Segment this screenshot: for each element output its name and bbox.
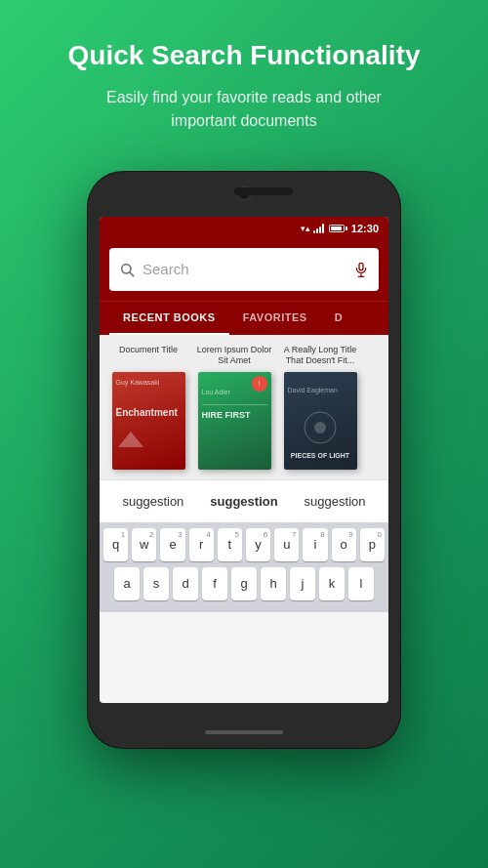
keyboard-row-2: a s d f g h j k l	[103, 567, 385, 600]
key-j[interactable]: j	[290, 567, 315, 600]
book-3-cover: David Eagleman PIECES OF LIGHT	[284, 372, 357, 470]
battery-icon	[329, 225, 345, 232]
key-l[interactable]: l	[348, 567, 374, 600]
key-f[interactable]: f	[202, 567, 227, 600]
signal-icon	[313, 224, 324, 233]
svg-line-1	[130, 272, 134, 276]
tab-recent-books[interactable]: RECENT BOOKS	[109, 302, 229, 335]
book-item-2[interactable]: Lorem Ipsum Dolor Sit Amet ! Lou Adler H…	[195, 345, 273, 470]
suggestion-2[interactable]: suggestion	[210, 494, 277, 509]
phone-mockup: ▾▴ 12:30	[88, 172, 400, 748]
book-1-author: Guy Kawasaki	[116, 378, 182, 388]
tabs-bar: RECENT BOOKS FAVORITES D	[100, 301, 388, 335]
phone-bottom-bar	[205, 730, 283, 734]
key-s[interactable]: s	[143, 567, 169, 600]
suggestion-1[interactable]: suggestion	[122, 494, 183, 509]
book-1-title: Document Title	[119, 345, 178, 366]
phone-screen: ▾▴ 12:30	[100, 217, 388, 703]
header-section: Quick Search Functionality Easily find y…	[39, 0, 450, 152]
page-title: Quick Search Functionality	[68, 39, 421, 72]
status-icons: ▾▴ 12:30	[301, 223, 379, 234]
key-i[interactable]: 8i	[303, 528, 327, 561]
search-placeholder[interactable]: Search	[142, 261, 346, 277]
keyboard: 1q 2w 3e 4r 5t 6y 7u 8i 9o 0p a s d f	[100, 522, 388, 612]
book-1-subtitle: Enchantment	[116, 406, 182, 420]
key-o[interactable]: 9o	[332, 528, 356, 561]
book-1-cover: Guy Kawasaki Enchantment	[112, 372, 185, 470]
status-bar: ▾▴ 12:30	[100, 217, 388, 240]
suggestions-bar: suggestion suggestion suggestion	[100, 479, 388, 522]
key-p[interactable]: 0p	[360, 528, 385, 561]
book-2-author: Lou Adler	[202, 388, 267, 397]
book-item-1[interactable]: Document Title Guy Kawasaki Enchantment	[109, 345, 187, 470]
book-3-author: David Eagleman	[288, 386, 353, 395]
phone-frame: ▾▴ 12:30	[88, 172, 400, 748]
search-icon	[119, 262, 135, 277]
key-r[interactable]: 4r	[189, 528, 214, 561]
key-g[interactable]: g	[231, 567, 257, 600]
status-time: 12:30	[351, 223, 379, 234]
page-subtitle: Easily find your favorite reads and othe…	[78, 86, 410, 133]
phone-speaker	[234, 187, 293, 195]
book-2-cover: ! Lou Adler HIRE FIRST	[198, 372, 271, 470]
book-3-title: A Really Long Title That Doesn't Fit...	[281, 345, 359, 366]
book-2-subtitle: HIRE FIRST	[202, 404, 267, 422]
books-section: Document Title Guy Kawasaki Enchantment	[100, 335, 388, 479]
suggestion-3[interactable]: suggestion	[305, 494, 366, 509]
svg-rect-2	[359, 263, 363, 269]
key-h[interactable]: h	[261, 567, 286, 600]
tab-other[interactable]: D	[321, 302, 356, 335]
svg-point-6	[314, 422, 326, 434]
key-k[interactable]: k	[319, 567, 345, 600]
app-bar: Search	[100, 240, 388, 301]
keyboard-row-1: 1q 2w 3e 4r 5t 6y 7u 8i 9o 0p	[103, 528, 385, 561]
key-w[interactable]: 2w	[132, 528, 156, 561]
book-2-title: Lorem Ipsum Dolor Sit Amet	[195, 345, 273, 366]
key-e[interactable]: 3e	[160, 528, 184, 561]
key-y[interactable]: 6y	[246, 528, 270, 561]
key-t[interactable]: 5t	[218, 528, 242, 561]
key-u[interactable]: 7u	[274, 528, 299, 561]
key-a[interactable]: a	[114, 567, 140, 600]
book-3-subtitle: PIECES OF LIGHT	[288, 451, 353, 461]
search-bar[interactable]: Search	[109, 248, 379, 291]
book-item-3[interactable]: A Really Long Title That Doesn't Fit... …	[281, 345, 359, 470]
tab-favorites[interactable]: FAVORITES	[229, 302, 321, 335]
mic-icon[interactable]	[353, 262, 369, 277]
wifi-icon: ▾▴	[301, 224, 310, 233]
key-q[interactable]: 1q	[103, 528, 128, 561]
key-d[interactable]: d	[173, 567, 198, 600]
